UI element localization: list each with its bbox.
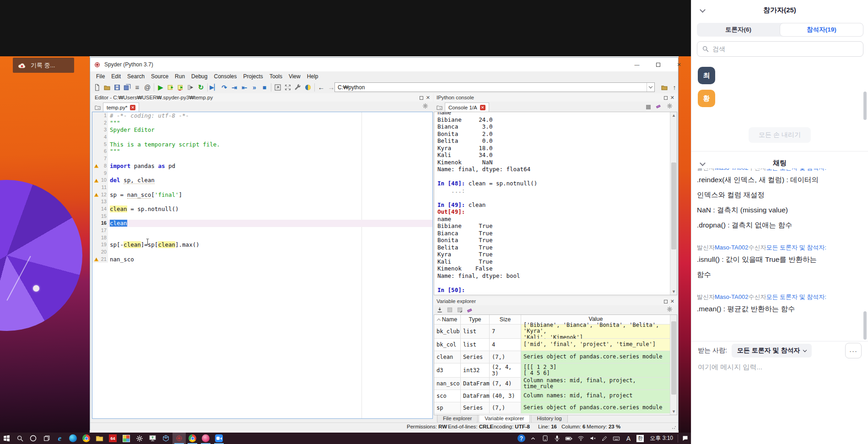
resize-grip[interactable]	[672, 425, 676, 429]
participants-scrollbar-thumb[interactable]	[863, 92, 867, 120]
taskbar-edge[interactable]	[66, 433, 80, 444]
console-output[interactable]: nameBibiane 24.0Bianca 3.0Bonita 2.0Beli…	[434, 112, 677, 295]
table-row[interactable]: bk_clublist7['Bibiane', 'Bianca', 'Bonit…	[434, 325, 677, 339]
clock[interactable]: 오후 3:10	[646, 434, 677, 442]
clear-console-icon[interactable]	[656, 103, 662, 109]
continue-icon[interactable]: »	[249, 82, 259, 92]
file-switcher-icon[interactable]: ≡	[132, 82, 142, 92]
microphone-icon[interactable]	[551, 433, 563, 444]
save-data-as-icon[interactable]	[457, 307, 463, 313]
scroll-up-icon[interactable]: ▲	[670, 112, 677, 119]
code-line[interactable]: 6"""	[92, 148, 432, 155]
undock-icon[interactable]	[664, 96, 668, 100]
code-line[interactable]: 20	[92, 249, 432, 256]
maximize-pane-icon[interactable]	[273, 82, 283, 92]
close-tab-icon[interactable]: ✕	[480, 105, 485, 110]
varexp-pane-controls[interactable]: ✕	[664, 298, 674, 304]
taskbar-chrome-running[interactable]	[186, 433, 199, 444]
table-row[interactable]: bk_collist4['mid', 'final', 'project', '…	[434, 339, 677, 351]
taskbar-cortana[interactable]	[27, 433, 40, 444]
working-directory-combobox[interactable]: C:₩python	[334, 82, 655, 92]
remove-all-icon[interactable]	[467, 307, 473, 313]
menu-run[interactable]: Run	[172, 72, 188, 81]
close-pane-icon[interactable]: ✕	[426, 95, 430, 101]
code-line[interactable]: 11	[92, 184, 432, 191]
console-pane-header[interactable]: IPython console ✕	[434, 93, 677, 102]
ime-latin-indicator[interactable]: A	[622, 433, 634, 444]
menu-consoles[interactable]: Consoles	[210, 72, 240, 81]
console-tab[interactable]: Console 1/A ✕	[445, 103, 489, 112]
more-options-button[interactable]: ···	[845, 343, 862, 358]
editor-pane-controls[interactable]: ✕	[420, 95, 430, 101]
table-row[interactable]: scoDataFrame(40, 3)Column names: mid, fi…	[434, 390, 677, 402]
debug-file-icon[interactable]: ▶▏	[209, 82, 219, 92]
editor-file-tab[interactable]: temp.py* ✕	[103, 103, 139, 112]
close-pane-icon[interactable]: ✕	[670, 298, 674, 304]
column-header-size[interactable]: Size	[490, 315, 521, 324]
taskbar-task-view[interactable]	[40, 433, 53, 444]
chat-message-list[interactable]: 발신자Maso-TA002수신자모든 토론자 및 참석자:.reindex(새 …	[697, 168, 861, 341]
taskbar-photos[interactable]	[119, 433, 133, 444]
title-bar[interactable]: Spyder (Python 3.7) — ✕	[90, 58, 678, 71]
code-line[interactable]: 19sp[-clean]=sp[clean].max()	[92, 241, 432, 249]
code-line[interactable]: 15	[92, 213, 432, 220]
code-line[interactable]: 4	[92, 134, 432, 141]
code-line[interactable]: 18	[92, 234, 432, 242]
save-file-icon[interactable]	[112, 82, 122, 92]
undock-icon[interactable]	[664, 300, 668, 303]
battery-icon[interactable]	[563, 433, 575, 444]
code-line[interactable]: 14clean = sp.notnull()	[92, 206, 432, 213]
tab-panelists[interactable]: 토론자(6)	[697, 23, 780, 37]
chat-scrollbar-thumb[interactable]	[863, 311, 867, 340]
code-line[interactable]: 13	[92, 198, 432, 206]
taskbar-zoom-app[interactable]	[212, 433, 226, 444]
editor-pane-header[interactable]: Editor - C:₩Users₩USER₩.spyder-py3₩temp.…	[92, 93, 433, 102]
taskbar-search[interactable]	[13, 433, 27, 444]
preferences-icon[interactable]	[293, 82, 303, 92]
touch-keyboard-icon[interactable]	[610, 433, 622, 444]
editor-options-gear-icon[interactable]	[422, 103, 428, 109]
console-pane-controls[interactable]: ✕	[664, 95, 674, 101]
message-input[interactable]	[698, 363, 849, 371]
column-header-name[interactable]: Name	[434, 315, 461, 324]
taskbar-remote-app[interactable]	[199, 433, 212, 444]
menu-edit[interactable]: Edit	[108, 72, 124, 81]
code-line[interactable]: 1# -*- coding: utf-8 -*-	[92, 112, 432, 119]
new-file-icon[interactable]	[92, 82, 102, 92]
table-row[interactable]: spSeries(7,)Series object of pandas.core…	[434, 402, 677, 414]
undock-icon[interactable]	[420, 96, 423, 100]
scroll-down-icon[interactable]: ▼	[670, 408, 677, 415]
step-out-icon[interactable]: ⇤	[239, 82, 249, 92]
re-run-icon[interactable]: ↻	[196, 82, 206, 92]
plugin-tab-file-explorer[interactable]: File explorer	[437, 415, 478, 423]
plugin-tab-history-log[interactable]: History log	[531, 415, 567, 423]
code-editor[interactable]: 1# -*- coding: utf-8 -*-2"""3Spyder Edit…	[92, 112, 433, 419]
close-pane-icon[interactable]: ✕	[670, 95, 674, 101]
code-line[interactable]: 17	[92, 227, 432, 234]
close-tab-icon[interactable]: ✕	[130, 105, 135, 110]
maximize-button[interactable]	[647, 58, 669, 71]
stop-debug-icon[interactable]: ■	[259, 82, 270, 92]
column-header-type[interactable]: Type	[461, 315, 490, 324]
code-line[interactable]: 21nan_sco	[92, 256, 432, 263]
taskbar-app-64[interactable]: 64	[106, 433, 119, 444]
step-into-icon[interactable]: ⇥	[229, 82, 239, 92]
taskbar-settings[interactable]	[133, 433, 146, 444]
varexp-pane-header[interactable]: Variable explorer ✕	[434, 297, 677, 305]
menu-help[interactable]: Help	[304, 72, 322, 81]
menu-view[interactable]: View	[286, 72, 304, 81]
code-line[interactable]: 3Spyder Editor	[92, 126, 432, 134]
open-file-icon[interactable]	[102, 82, 112, 92]
console-scrollbar[interactable]: ▲ ▼	[670, 112, 677, 295]
symbol-finder-icon[interactable]: @	[142, 82, 152, 92]
pen-icon[interactable]	[598, 433, 610, 444]
back-icon[interactable]: ←	[316, 82, 326, 92]
plugin-tab-variable-explorer[interactable]: Variable explorer	[479, 415, 530, 423]
run-file-icon[interactable]: ▶	[156, 82, 166, 92]
volume-muted-icon[interactable]	[587, 433, 598, 444]
dropdown-arrow-icon[interactable]	[647, 83, 654, 92]
participant-avatar[interactable]: 최	[698, 67, 715, 84]
scroll-down-icon[interactable]: ▼	[670, 288, 677, 295]
step-over-icon[interactable]: ↷	[219, 82, 229, 92]
save-all-icon[interactable]	[122, 82, 132, 92]
